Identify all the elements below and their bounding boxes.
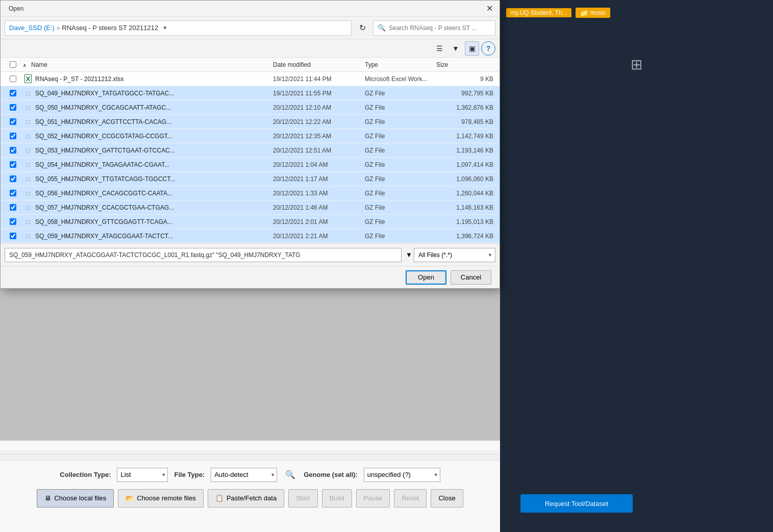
hscroll-track[interactable]: [0, 454, 500, 460]
open-button[interactable]: Open: [406, 270, 446, 285]
collection-type-row: Collection Type: ListPaired ListDataset …: [60, 468, 440, 482]
collection-type-wrapper: ListPaired ListDataset: [117, 468, 168, 482]
paste-fetch-button[interactable]: 📋 Paste/Fetch data: [208, 489, 284, 508]
help-button[interactable]: ?: [481, 41, 495, 56]
table-row[interactable]: □ SQ_055_HMJ7NDRXY_TTGTATCAGG-TGGCCT... …: [1, 172, 500, 186]
column-name-header[interactable]: Name: [31, 61, 273, 68]
table-row[interactable]: □ SQ_050_HMJ7NDRXY_CGCAGCAATT-ATAGC... 2…: [1, 100, 500, 115]
genome-select[interactable]: unspecified (?)hg38mm10GRCh38: [364, 468, 440, 482]
file-icon: □: [23, 147, 33, 154]
row-checkbox-wrapper[interactable]: [3, 218, 23, 225]
row-checkbox[interactable]: [10, 75, 16, 82]
row-checkbox-wrapper[interactable]: [3, 90, 23, 96]
column-date-header[interactable]: Date modified: [273, 61, 365, 68]
view-details-button[interactable]: ☰: [432, 41, 446, 56]
row-checkbox-wrapper[interactable]: [3, 133, 23, 139]
search-input[interactable]: [389, 24, 491, 32]
file-size: 1,195,013 KB: [436, 218, 497, 225]
table-row[interactable]: X RNAseq - P_ST - 20211212.xlsx 19/12/20…: [1, 72, 500, 86]
row-checkbox[interactable]: [10, 218, 16, 225]
filetype-select[interactable]: All Files (*.*)FASTQ Files (*.fastq)GZ F…: [414, 248, 495, 262]
close-icon: ✕: [486, 4, 493, 13]
row-checkbox[interactable]: [10, 204, 16, 211]
table-row[interactable]: □ SQ_052_HMJ7NDRXY_CCGCGTATAG-CCGGT... 2…: [1, 129, 500, 143]
details-view-icon: ☰: [436, 44, 443, 53]
row-checkbox-wrapper[interactable]: [3, 75, 23, 82]
row-checkbox-wrapper[interactable]: [3, 204, 23, 211]
search-genome-btn[interactable]: 🔍: [283, 468, 297, 482]
file-date: 20/12/2021 12:51 AM: [273, 147, 365, 154]
row-checkbox-wrapper[interactable]: [3, 147, 23, 154]
row-checkbox-wrapper[interactable]: [3, 233, 23, 239]
row-checkbox[interactable]: [10, 161, 16, 168]
file-type: GZ File: [365, 204, 436, 211]
row-checkbox[interactable]: [10, 233, 16, 239]
collection-type-select[interactable]: ListPaired ListDataset: [117, 468, 168, 482]
breadcrumb-parent[interactable]: Dave_SSD (E:): [9, 24, 55, 32]
row-checkbox[interactable]: [10, 147, 16, 154]
dialog-title-bar: Open ✕: [1, 1, 500, 17]
file-icon: □: [23, 118, 33, 125]
file-type-select[interactable]: Auto-detectFASTQBAMVCF: [211, 468, 277, 482]
file-type: GZ File: [365, 133, 436, 140]
filetype-select-wrapper: All Files (*.*)FASTQ Files (*.fastq)GZ F…: [414, 248, 495, 262]
select-all-checkbox[interactable]: [10, 61, 16, 68]
table-row[interactable]: □ SQ_059_HMJ7NDRXY_ATAGCGGAAT-TACTCT... …: [1, 229, 500, 243]
column-type-header[interactable]: Type: [365, 61, 436, 68]
table-row[interactable]: □ SQ_054_HMJ7NDRXY_TAGAGAATAC-CGAAT... 2…: [1, 158, 500, 172]
file-type: GZ File: [365, 190, 436, 197]
paste-icon: 📋: [215, 494, 223, 502]
sort-indicator: ∧: [23, 61, 31, 68]
filename-input[interactable]: SQ_059_HMJ7NDRXY_ATAGCGGAAT-TACTCTGCGC_L…: [5, 248, 402, 262]
cancel-button[interactable]: Cancel: [451, 270, 491, 285]
filename-dropdown[interactable]: ▼: [406, 251, 410, 259]
row-checkbox-wrapper[interactable]: [3, 161, 23, 168]
search-box[interactable]: 🔍: [373, 20, 495, 36]
dialog-close-button[interactable]: ✕: [483, 3, 495, 15]
file-date: 20/12/2021 12:35 AM: [273, 133, 365, 140]
view-dropdown-button[interactable]: ▼: [448, 41, 463, 56]
choose-local-files-button[interactable]: 🖥 Choose local files: [37, 489, 114, 508]
row-checkbox[interactable]: [10, 118, 16, 125]
table-row[interactable]: □ SQ_056_HMJ7NDRXY_CACAGCGGTC-CAATA... 2…: [1, 186, 500, 200]
table-row[interactable]: □ SQ_053_HMJ7NDRXY_GATTCTGAAT-GTCCAC... …: [1, 143, 500, 158]
help-icon: ?: [486, 44, 491, 53]
table-row[interactable]: □ SQ_058_HMJ7NDRXY_GTTCGGAGTT-TCAGA... 2…: [1, 215, 500, 229]
preview-pane-button[interactable]: ▣: [465, 41, 479, 56]
close-button[interactable]: Close: [431, 489, 463, 508]
breadcrumb-path[interactable]: Dave_SSD (E:) > RNAseq - P steers ST 202…: [5, 20, 352, 36]
table-row[interactable]: □ SQ_049_HMJ7NDRXY_TATGATGGCC-TATGAC... …: [1, 86, 500, 100]
table-row[interactable]: □ SQ_051_HMJ7NDRXY_ACGTTCCTTA-CACAG... 2…: [1, 115, 500, 129]
reset-button[interactable]: Reset: [394, 489, 427, 508]
address-bar: Dave_SSD (E:) > RNAseq - P steers ST 202…: [1, 17, 500, 39]
file-name: SQ_051_HMJ7NDRXY_ACGTTCCTTA-CACAG...: [35, 118, 273, 125]
file-name: SQ_056_HMJ7NDRXY_CACAGCGGTC-CAATA...: [35, 190, 273, 197]
pause-button[interactable]: Pause: [356, 489, 390, 508]
row-checkbox[interactable]: [10, 175, 16, 182]
row-checkbox[interactable]: [10, 104, 16, 111]
row-checkbox-wrapper[interactable]: [3, 104, 23, 111]
row-checkbox[interactable]: [10, 133, 16, 139]
row-checkbox-wrapper[interactable]: [3, 190, 23, 196]
horizontal-scroll-area[interactable]: [0, 450, 500, 461]
file-list[interactable]: X RNAseq - P_ST - 20211212.xlsx 19/12/20…: [1, 72, 500, 243]
file-date: 20/12/2021 1:46 AM: [273, 204, 365, 211]
row-checkbox[interactable]: [10, 90, 16, 96]
select-all-checkbox-wrapper[interactable]: [3, 61, 23, 68]
refresh-icon: ↻: [359, 23, 366, 33]
row-checkbox[interactable]: [10, 190, 16, 196]
file-name: SQ_055_HMJ7NDRXY_TTGTATCAGG-TGGCCT...: [35, 175, 273, 183]
refresh-button[interactable]: ↻: [355, 20, 370, 36]
file-size: 978,485 KB: [436, 118, 497, 125]
table-row[interactable]: □ SQ_057_HMJ7NDRXY_CCACGCTGAA-CTGAG... 2…: [1, 200, 500, 215]
request-tool-dataset-button[interactable]: Request Tool/Dataset: [520, 494, 633, 513]
breadcrumb-dropdown-arrow[interactable]: ▼: [162, 25, 167, 31]
row-checkbox-wrapper[interactable]: [3, 175, 23, 182]
build-button[interactable]: Build: [322, 489, 352, 508]
start-button[interactable]: Start: [288, 489, 317, 508]
file-open-dialog: Open ✕ Dave_SSD (E:) > RNAseq - P steers…: [0, 0, 500, 289]
choose-remote-files-button[interactable]: 📂 Choose remote files: [118, 489, 204, 508]
file-name: SQ_052_HMJ7NDRXY_CCGCGTATAG-CCGGT...: [35, 133, 273, 140]
column-size-header[interactable]: Size: [436, 61, 497, 68]
row-checkbox-wrapper[interactable]: [3, 118, 23, 125]
